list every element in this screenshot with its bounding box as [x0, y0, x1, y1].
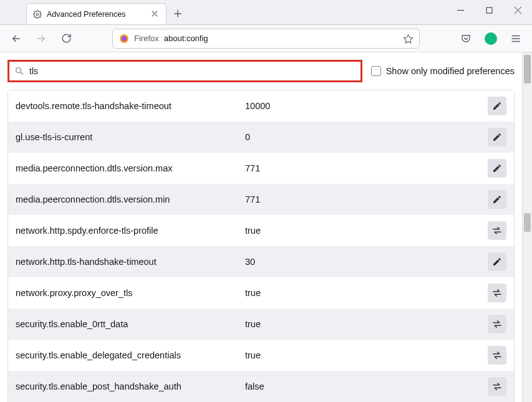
pref-name: security.tls.enable_delegated_credential… — [16, 350, 245, 360]
pref-name: media.peerconnection.dtls.version.min — [16, 194, 245, 204]
pocket-icon[interactable] — [456, 29, 476, 49]
pref-row: network.proxy.proxy_over_tlstrue — [8, 277, 514, 309]
edit-pref-button[interactable] — [488, 252, 506, 271]
new-tab-button[interactable] — [169, 5, 186, 22]
gear-icon — [33, 10, 42, 19]
pref-row: network.http.spdy.enforce-tls-profiletru… — [8, 215, 514, 246]
pref-name: security.tls.enable_0rtt_data — [16, 319, 245, 329]
content-area: Show only modified preferences devtools.… — [0, 52, 522, 402]
pref-name: media.peerconnection.dtls.version.max — [16, 163, 245, 173]
pref-name: devtools.remote.tls-handshake-timeout — [16, 101, 245, 111]
scrollbar-thumb[interactable] — [524, 55, 531, 84]
minimize-button[interactable] — [446, 0, 475, 20]
pref-value: false — [245, 381, 488, 391]
menu-button[interactable] — [506, 29, 526, 49]
show-only-modified-label: Show only modified preferences — [386, 66, 515, 76]
pref-name: network.proxy.proxy_over_tls — [16, 288, 245, 298]
pref-row: security.tls.enable_delegated_credential… — [8, 340, 514, 371]
pref-name: network.http.tls-handshake-timeout — [16, 257, 245, 267]
edit-pref-button[interactable] — [488, 190, 506, 209]
checkbox-icon — [371, 66, 381, 76]
extension-icon[interactable] — [481, 29, 501, 49]
scrollbar-track[interactable] — [522, 52, 532, 402]
svg-point-2 — [122, 36, 127, 41]
pref-value: true — [245, 288, 488, 298]
pref-row: media.peerconnection.dtls.version.min771 — [8, 184, 514, 215]
svg-rect-0 — [486, 7, 492, 13]
toggle-pref-button[interactable] — [488, 315, 506, 333]
toggle-pref-button[interactable] — [488, 221, 506, 240]
addressbar-url: about:config — [164, 34, 398, 43]
edit-pref-button[interactable] — [488, 97, 506, 115]
pref-row: media.peerconnection.dtls.version.max771 — [8, 153, 514, 184]
forward-button[interactable] — [31, 29, 51, 49]
window-controls — [446, 0, 532, 20]
toggle-pref-button[interactable] — [488, 346, 506, 365]
pref-row: devtools.remote.tls-handshake-timeout100… — [8, 90, 514, 122]
pref-search-input[interactable] — [29, 66, 355, 76]
pref-value: 10000 — [245, 101, 488, 111]
toggle-icon — [491, 381, 503, 392]
addressbar-brand: Firefox — [134, 34, 159, 43]
toggle-icon — [491, 287, 503, 299]
titlebar: Advanced Preferences — [0, 0, 532, 25]
pref-row: gl.use-tls-is-current0 — [8, 122, 514, 153]
edit-pref-button[interactable] — [488, 159, 506, 178]
back-button[interactable] — [6, 29, 26, 49]
edit-pref-button[interactable] — [488, 128, 506, 146]
pref-search-box — [7, 60, 362, 82]
search-icon — [14, 66, 24, 76]
pref-row: network.http.tls-handshake-timeout30 — [8, 246, 514, 277]
firefox-icon — [119, 34, 129, 44]
pencil-icon — [492, 194, 502, 204]
svg-point-3 — [16, 68, 21, 73]
pencil-icon — [492, 163, 502, 173]
addressbar[interactable]: Firefox about:config — [112, 29, 420, 49]
toggle-pref-button[interactable] — [488, 377, 506, 396]
pencil-icon — [492, 132, 502, 142]
close-tab-icon[interactable] — [151, 10, 160, 19]
browser-tab[interactable]: Advanced Preferences — [26, 3, 167, 24]
show-only-modified-checkbox[interactable]: Show only modified preferences — [371, 66, 515, 76]
pref-value: 0 — [245, 132, 488, 142]
pref-row: security.tls.enable_0rtt_datatrue — [8, 309, 514, 340]
bookmark-star-icon[interactable] — [403, 34, 413, 44]
pref-row: security.tls.enable_post_handshake_authf… — [8, 371, 514, 402]
pref-value: true — [245, 319, 488, 329]
pref-value: true — [245, 350, 488, 360]
tab-title: Advanced Preferences — [47, 10, 146, 19]
pref-name: security.tls.enable_post_handshake_auth — [16, 381, 245, 391]
scrollbar-thumb[interactable] — [524, 213, 531, 232]
reload-button[interactable] — [56, 29, 76, 49]
pref-value: true — [245, 226, 488, 236]
pref-value: 771 — [245, 194, 488, 204]
pref-name: network.http.spdy.enforce-tls-profile — [16, 226, 245, 236]
pref-value: 30 — [245, 257, 488, 267]
maximize-button[interactable] — [475, 0, 503, 20]
toggle-icon — [491, 225, 503, 236]
toggle-icon — [491, 350, 503, 361]
toggle-icon — [491, 318, 503, 330]
pref-name: gl.use-tls-is-current — [16, 132, 245, 142]
pencil-icon — [492, 257, 502, 267]
pencil-icon — [492, 101, 502, 111]
pref-list: devtools.remote.tls-handshake-timeout100… — [7, 90, 515, 402]
toggle-pref-button[interactable] — [488, 284, 506, 302]
pref-value: 771 — [245, 163, 488, 173]
toolbar: Firefox about:config — [0, 25, 532, 52]
close-window-button[interactable] — [503, 0, 532, 20]
